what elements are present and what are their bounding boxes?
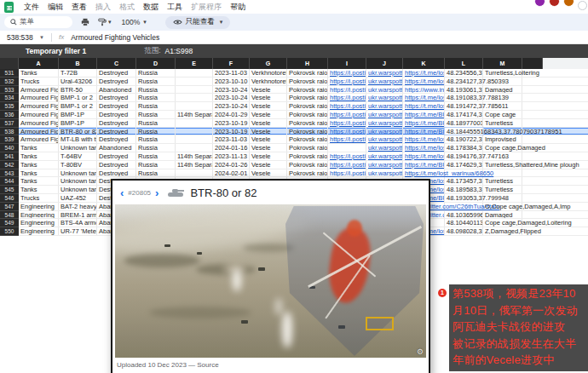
cell-G537[interactable]: Vesele xyxy=(250,119,287,127)
cell-H535[interactable]: Pokrovsk raion xyxy=(287,102,328,110)
cell-J542[interactable]: ukr.warspotting.r xyxy=(366,161,403,169)
cell-J531[interactable]: ukr.warspotting.r xyxy=(366,69,403,77)
cell-G542[interactable]: Vesele xyxy=(250,161,287,169)
cell-F538[interactable]: 2023-10-19 xyxy=(213,128,250,135)
formula-bar-value[interactable]: Armoured Fighting Vehicles xyxy=(71,33,159,42)
cell-J532[interactable]: ukr.warspotting.r xyxy=(366,77,403,85)
cell-L541[interactable]: 48.194176,37.747163 xyxy=(445,152,483,160)
cell-G534[interactable]: Vesele xyxy=(250,94,287,101)
view-only-chip[interactable]: 只能查看 ▾ xyxy=(165,16,231,29)
cell-B536[interactable]: BMP-1P xyxy=(59,111,97,118)
cell-G532[interactable]: Verkhnotoretske xyxy=(250,77,287,85)
cell-G539[interactable]: Vesele xyxy=(250,135,287,143)
cell-B544[interactable]: Unknown tank xyxy=(59,177,97,185)
collaborator-red[interactable] xyxy=(549,0,560,7)
cell-B540[interactable]: Unknown tank xyxy=(59,144,97,152)
cell-L544[interactable]: 48.173457,37.7 xyxy=(445,177,483,185)
cell-E543[interactable] xyxy=(176,169,213,177)
cell-K539[interactable]: https://t.me/lost_ xyxy=(403,135,445,143)
cell-F539[interactable]: 2023-11-03 xyxy=(213,135,250,143)
cell-A538[interactable]: Armoured Fighting Vehicles xyxy=(19,128,59,135)
cell-A541[interactable]: Tanks xyxy=(19,152,59,160)
cell-L542[interactable]: 48.174629,37.7 xyxy=(445,161,483,169)
cell-C532[interactable]: Destroyed xyxy=(97,77,136,85)
cell-B535[interactable]: BMP-1 or 2 xyxy=(59,102,97,110)
menu-item-1[interactable]: 编辑 xyxy=(43,0,67,14)
cell-F541[interactable]: 2023-11-13 xyxy=(213,152,250,160)
cell-K538[interactable]: https://t.me/BUA xyxy=(403,128,445,135)
cell-A531[interactable]: Tanks xyxy=(19,69,59,77)
row-header-539[interactable]: 539 xyxy=(0,135,19,144)
cell-I542[interactable]: https://i.postimg. xyxy=(328,161,366,169)
cell-A535[interactable]: Armoured Fighting Vehicles xyxy=(19,102,59,110)
cell-B547[interactable]: BAT-2 heavy eng xyxy=(59,203,97,210)
sheets-logo-icon[interactable] xyxy=(4,2,14,13)
cell-L535[interactable]: 48.191472,37.785611 xyxy=(445,102,483,110)
row-header-544[interactable]: 544 xyxy=(0,177,19,186)
cell-I535[interactable]: https://i.postimg. xyxy=(328,102,366,110)
cell-A547[interactable]: Engineering xyxy=(19,203,59,210)
row-header-543[interactable]: 543 xyxy=(0,169,19,178)
cell-B545[interactable]: Unknown tank xyxy=(59,186,97,193)
photo-caption[interactable]: Uploaded 10 Dec 2023 — Source xyxy=(117,361,219,369)
cell-C542[interactable]: Destroyed xyxy=(97,161,136,169)
row-header-535[interactable]: 535 xyxy=(0,102,19,111)
cell-J535[interactable]: ukr.warspotting.r xyxy=(366,102,403,110)
cell-C534[interactable]: Destroyed xyxy=(97,94,136,101)
cell-L532[interactable]: 48.234127,37.850393 xyxy=(445,77,483,85)
menu-item-5[interactable]: 数据 xyxy=(139,0,163,14)
cell-B549[interactable]: BTS-4A armoure xyxy=(59,219,97,227)
cell-E532[interactable] xyxy=(176,77,213,85)
cell-G531[interactable]: Verkhnotoretske xyxy=(250,69,287,77)
cell-J543[interactable]: ukr.warspotting.r xyxy=(366,169,403,177)
cell-A544[interactable]: Tanks xyxy=(19,177,59,185)
cell-H543[interactable]: Pokrovsk raion xyxy=(287,169,328,177)
cell-H537[interactable]: Pokrovsk raion xyxy=(287,119,328,127)
cell-L549[interactable]: 48.10440113,37, xyxy=(445,219,483,227)
cell-B538[interactable]: BTR-80 or 82 xyxy=(59,128,97,135)
column-header-F[interactable]: F xyxy=(213,58,250,69)
cell-F537[interactable]: 2023-10-19 xyxy=(213,119,250,127)
cell-I543[interactable]: https://i.postimg. xyxy=(328,169,366,177)
cell-C539[interactable]: Destroyed xyxy=(97,135,136,143)
cell-K541[interactable]: https://t.me/lost_ xyxy=(403,152,445,160)
cell-A542[interactable]: Tanks xyxy=(19,161,59,169)
row-header-541[interactable]: 541 xyxy=(0,152,19,161)
cell-M550[interactable]: Z,Damaged,Flipped xyxy=(483,227,522,235)
cell-C533[interactable]: Abandoned xyxy=(97,86,136,94)
cell-K531[interactable]: https://t.me/lost_ xyxy=(403,69,445,77)
cell-L536[interactable]: 48.174174,37.7 xyxy=(445,111,483,118)
cell-A540[interactable]: Tanks xyxy=(19,144,59,152)
cell-L545[interactable]: 48.189583,37.7 xyxy=(445,186,483,193)
cell-J538[interactable]: ukr.warspotting.r xyxy=(366,128,403,135)
cell-K535[interactable]: https://t.me/lost_ xyxy=(403,102,445,110)
cell-G533[interactable]: Vesele xyxy=(250,86,287,94)
cell-H532[interactable]: Pokrovsk raion xyxy=(287,77,328,85)
row-header-532[interactable]: 532 xyxy=(0,77,19,86)
menu-search-box[interactable]: 菜单 xyxy=(4,16,72,28)
row-header-540[interactable]: 540 xyxy=(0,144,19,152)
row-header-550[interactable]: 550 xyxy=(0,227,19,236)
cell-J537[interactable]: ukr.warspotting.r xyxy=(366,119,403,127)
cell-B532[interactable]: Ural-43206 xyxy=(59,77,97,85)
cell-M548[interactable]: Damaged xyxy=(483,211,522,219)
cell-I536[interactable]: https://i.postimg. xyxy=(328,111,366,118)
cell-K540[interactable]: https://t.me/lost_ xyxy=(403,144,445,152)
cell-D537[interactable]: Russia xyxy=(136,119,176,127)
column-header-I[interactable]: I xyxy=(328,58,366,69)
cell-K536[interactable]: https://t.me/BUA xyxy=(403,111,445,118)
cell-A550[interactable]: Engineering xyxy=(19,227,59,235)
cell-I533[interactable]: https://i.postimg. xyxy=(328,86,366,94)
row-header-537[interactable]: 537 xyxy=(0,119,19,128)
cell-C540[interactable]: Abandoned xyxy=(97,144,136,152)
cell-F532[interactable]: 2023-10-10 xyxy=(213,77,250,85)
cell-C536[interactable]: Destroyed xyxy=(97,111,136,118)
cell-D543[interactable]: Russia xyxy=(136,169,176,177)
cell-L548[interactable]: 48.1036599623, xyxy=(445,211,483,219)
zoom-control[interactable]: 100% ▾ xyxy=(122,18,147,26)
cell-B537[interactable]: BMP-1P xyxy=(59,119,97,127)
cell-G540[interactable]: Vesele xyxy=(250,144,287,152)
print-button[interactable] xyxy=(81,18,89,26)
collapse-menus-button[interactable] xyxy=(578,1,587,10)
cell-A545[interactable]: Tanks xyxy=(19,186,59,193)
